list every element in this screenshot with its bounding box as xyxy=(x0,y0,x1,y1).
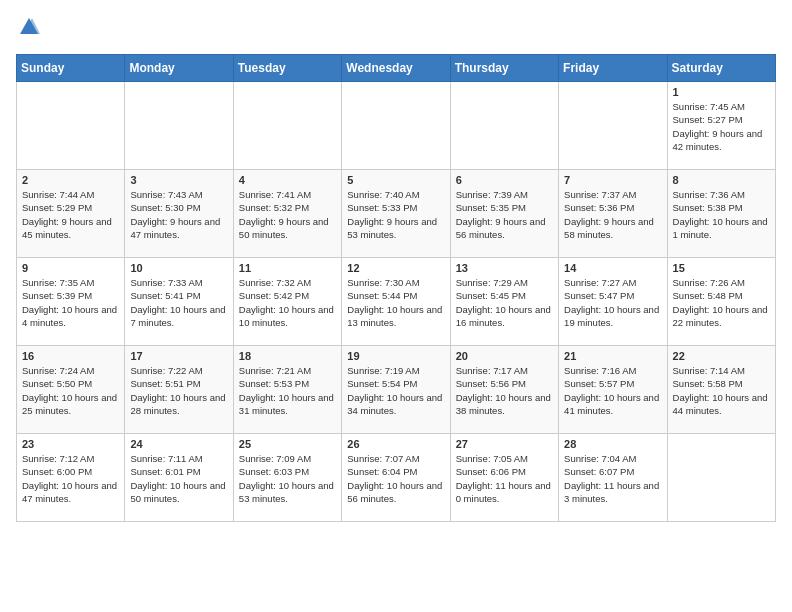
day-number: 2 xyxy=(22,174,119,186)
calendar-cell: 23Sunrise: 7:12 AM Sunset: 6:00 PM Dayli… xyxy=(17,434,125,522)
day-info: Sunrise: 7:17 AM Sunset: 5:56 PM Dayligh… xyxy=(456,364,553,417)
calendar-cell: 20Sunrise: 7:17 AM Sunset: 5:56 PM Dayli… xyxy=(450,346,558,434)
calendar-cell: 9Sunrise: 7:35 AM Sunset: 5:39 PM Daylig… xyxy=(17,258,125,346)
calendar-cell: 6Sunrise: 7:39 AM Sunset: 5:35 PM Daylig… xyxy=(450,170,558,258)
day-info: Sunrise: 7:44 AM Sunset: 5:29 PM Dayligh… xyxy=(22,188,119,241)
calendar-cell xyxy=(125,82,233,170)
calendar-cell: 11Sunrise: 7:32 AM Sunset: 5:42 PM Dayli… xyxy=(233,258,341,346)
calendar-cell: 5Sunrise: 7:40 AM Sunset: 5:33 PM Daylig… xyxy=(342,170,450,258)
calendar-cell xyxy=(559,82,667,170)
day-info: Sunrise: 7:22 AM Sunset: 5:51 PM Dayligh… xyxy=(130,364,227,417)
day-number: 28 xyxy=(564,438,661,450)
calendar-cell: 26Sunrise: 7:07 AM Sunset: 6:04 PM Dayli… xyxy=(342,434,450,522)
calendar-cell: 28Sunrise: 7:04 AM Sunset: 6:07 PM Dayli… xyxy=(559,434,667,522)
calendar-cell: 25Sunrise: 7:09 AM Sunset: 6:03 PM Dayli… xyxy=(233,434,341,522)
day-info: Sunrise: 7:45 AM Sunset: 5:27 PM Dayligh… xyxy=(673,100,770,153)
logo xyxy=(16,16,40,42)
calendar-cell xyxy=(17,82,125,170)
day-number: 18 xyxy=(239,350,336,362)
day-info: Sunrise: 7:12 AM Sunset: 6:00 PM Dayligh… xyxy=(22,452,119,505)
calendar-cell: 8Sunrise: 7:36 AM Sunset: 5:38 PM Daylig… xyxy=(667,170,775,258)
day-info: Sunrise: 7:40 AM Sunset: 5:33 PM Dayligh… xyxy=(347,188,444,241)
day-number: 20 xyxy=(456,350,553,362)
day-info: Sunrise: 7:43 AM Sunset: 5:30 PM Dayligh… xyxy=(130,188,227,241)
calendar-cell: 22Sunrise: 7:14 AM Sunset: 5:58 PM Dayli… xyxy=(667,346,775,434)
day-number: 3 xyxy=(130,174,227,186)
calendar-cell: 3Sunrise: 7:43 AM Sunset: 5:30 PM Daylig… xyxy=(125,170,233,258)
calendar-week-row: 2Sunrise: 7:44 AM Sunset: 5:29 PM Daylig… xyxy=(17,170,776,258)
page-header xyxy=(16,16,776,42)
calendar-cell: 13Sunrise: 7:29 AM Sunset: 5:45 PM Dayli… xyxy=(450,258,558,346)
day-number: 16 xyxy=(22,350,119,362)
calendar-cell: 27Sunrise: 7:05 AM Sunset: 6:06 PM Dayli… xyxy=(450,434,558,522)
day-number: 14 xyxy=(564,262,661,274)
calendar-cell: 14Sunrise: 7:27 AM Sunset: 5:47 PM Dayli… xyxy=(559,258,667,346)
day-number: 26 xyxy=(347,438,444,450)
weekday-header: Sunday xyxy=(17,55,125,82)
day-info: Sunrise: 7:33 AM Sunset: 5:41 PM Dayligh… xyxy=(130,276,227,329)
day-info: Sunrise: 7:41 AM Sunset: 5:32 PM Dayligh… xyxy=(239,188,336,241)
calendar-cell xyxy=(342,82,450,170)
day-number: 12 xyxy=(347,262,444,274)
day-info: Sunrise: 7:04 AM Sunset: 6:07 PM Dayligh… xyxy=(564,452,661,505)
day-number: 21 xyxy=(564,350,661,362)
calendar-cell: 15Sunrise: 7:26 AM Sunset: 5:48 PM Dayli… xyxy=(667,258,775,346)
day-info: Sunrise: 7:39 AM Sunset: 5:35 PM Dayligh… xyxy=(456,188,553,241)
calendar-week-row: 23Sunrise: 7:12 AM Sunset: 6:00 PM Dayli… xyxy=(17,434,776,522)
day-info: Sunrise: 7:37 AM Sunset: 5:36 PM Dayligh… xyxy=(564,188,661,241)
calendar-cell: 4Sunrise: 7:41 AM Sunset: 5:32 PM Daylig… xyxy=(233,170,341,258)
day-info: Sunrise: 7:11 AM Sunset: 6:01 PM Dayligh… xyxy=(130,452,227,505)
day-number: 4 xyxy=(239,174,336,186)
calendar-cell: 1Sunrise: 7:45 AM Sunset: 5:27 PM Daylig… xyxy=(667,82,775,170)
day-info: Sunrise: 7:05 AM Sunset: 6:06 PM Dayligh… xyxy=(456,452,553,505)
day-number: 15 xyxy=(673,262,770,274)
day-number: 17 xyxy=(130,350,227,362)
day-number: 8 xyxy=(673,174,770,186)
calendar-cell: 21Sunrise: 7:16 AM Sunset: 5:57 PM Dayli… xyxy=(559,346,667,434)
day-info: Sunrise: 7:26 AM Sunset: 5:48 PM Dayligh… xyxy=(673,276,770,329)
weekday-header: Wednesday xyxy=(342,55,450,82)
calendar-week-row: 1Sunrise: 7:45 AM Sunset: 5:27 PM Daylig… xyxy=(17,82,776,170)
calendar-cell: 16Sunrise: 7:24 AM Sunset: 5:50 PM Dayli… xyxy=(17,346,125,434)
day-info: Sunrise: 7:35 AM Sunset: 5:39 PM Dayligh… xyxy=(22,276,119,329)
day-number: 6 xyxy=(456,174,553,186)
weekday-header: Friday xyxy=(559,55,667,82)
calendar-cell xyxy=(667,434,775,522)
calendar-cell: 24Sunrise: 7:11 AM Sunset: 6:01 PM Dayli… xyxy=(125,434,233,522)
calendar-header-row: SundayMondayTuesdayWednesdayThursdayFrid… xyxy=(17,55,776,82)
day-number: 1 xyxy=(673,86,770,98)
day-info: Sunrise: 7:32 AM Sunset: 5:42 PM Dayligh… xyxy=(239,276,336,329)
day-number: 22 xyxy=(673,350,770,362)
calendar-cell: 18Sunrise: 7:21 AM Sunset: 5:53 PM Dayli… xyxy=(233,346,341,434)
calendar-cell: 17Sunrise: 7:22 AM Sunset: 5:51 PM Dayli… xyxy=(125,346,233,434)
weekday-header: Thursday xyxy=(450,55,558,82)
calendar-cell: 2Sunrise: 7:44 AM Sunset: 5:29 PM Daylig… xyxy=(17,170,125,258)
calendar-cell: 10Sunrise: 7:33 AM Sunset: 5:41 PM Dayli… xyxy=(125,258,233,346)
day-number: 24 xyxy=(130,438,227,450)
calendar-cell: 19Sunrise: 7:19 AM Sunset: 5:54 PM Dayli… xyxy=(342,346,450,434)
day-info: Sunrise: 7:07 AM Sunset: 6:04 PM Dayligh… xyxy=(347,452,444,505)
day-info: Sunrise: 7:16 AM Sunset: 5:57 PM Dayligh… xyxy=(564,364,661,417)
day-info: Sunrise: 7:21 AM Sunset: 5:53 PM Dayligh… xyxy=(239,364,336,417)
weekday-header: Tuesday xyxy=(233,55,341,82)
weekday-header: Saturday xyxy=(667,55,775,82)
day-number: 19 xyxy=(347,350,444,362)
day-number: 7 xyxy=(564,174,661,186)
calendar-week-row: 9Sunrise: 7:35 AM Sunset: 5:39 PM Daylig… xyxy=(17,258,776,346)
day-number: 23 xyxy=(22,438,119,450)
day-info: Sunrise: 7:27 AM Sunset: 5:47 PM Dayligh… xyxy=(564,276,661,329)
day-number: 13 xyxy=(456,262,553,274)
day-number: 25 xyxy=(239,438,336,450)
calendar-body: 1Sunrise: 7:45 AM Sunset: 5:27 PM Daylig… xyxy=(17,82,776,522)
logo-icon xyxy=(18,16,40,38)
weekday-header: Monday xyxy=(125,55,233,82)
day-number: 27 xyxy=(456,438,553,450)
day-number: 10 xyxy=(130,262,227,274)
day-number: 9 xyxy=(22,262,119,274)
calendar-cell xyxy=(450,82,558,170)
calendar-week-row: 16Sunrise: 7:24 AM Sunset: 5:50 PM Dayli… xyxy=(17,346,776,434)
calendar-cell: 12Sunrise: 7:30 AM Sunset: 5:44 PM Dayli… xyxy=(342,258,450,346)
day-info: Sunrise: 7:29 AM Sunset: 5:45 PM Dayligh… xyxy=(456,276,553,329)
day-info: Sunrise: 7:19 AM Sunset: 5:54 PM Dayligh… xyxy=(347,364,444,417)
day-info: Sunrise: 7:36 AM Sunset: 5:38 PM Dayligh… xyxy=(673,188,770,241)
